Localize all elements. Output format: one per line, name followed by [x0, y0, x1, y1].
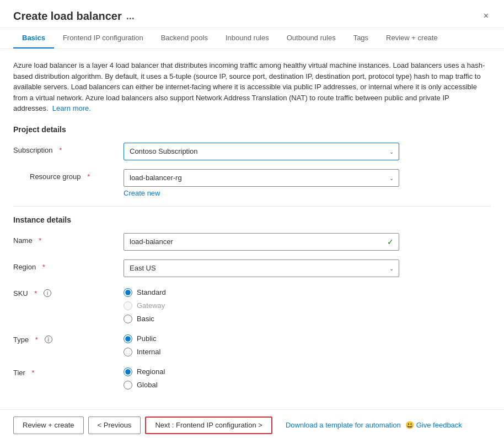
- sku-control: Standard Gateway Basic: [124, 286, 399, 323]
- type-public-label: Public: [137, 334, 156, 343]
- name-label: Name *: [13, 233, 124, 245]
- sku-radio-group: Standard Gateway Basic: [124, 286, 399, 323]
- next-button[interactable]: Next : Frontend IP configuration >: [145, 417, 272, 434]
- sku-label: SKU * i: [13, 286, 124, 298]
- tab-basics[interactable]: Basics: [13, 28, 54, 48]
- sku-gateway-option[interactable]: Gateway: [124, 301, 399, 310]
- resource-group-group: Resource group * load-balancer-rg ⌄ Crea…: [13, 169, 491, 197]
- sku-required: *: [34, 289, 37, 298]
- project-details-title: Project details: [13, 125, 491, 134]
- type-group: Type * i Public Internal: [13, 332, 491, 356]
- type-internal-option[interactable]: Internal: [124, 348, 399, 356]
- tab-inbound-rules[interactable]: Inbound rules: [217, 28, 278, 48]
- dialog-title: Create load balancer: [13, 10, 122, 23]
- sku-gateway-radio[interactable]: [124, 301, 132, 310]
- type-label: Type * i: [13, 332, 124, 344]
- tier-regional-label: Regional: [137, 367, 165, 376]
- tab-outbound-rules[interactable]: Outbound rules: [278, 28, 345, 48]
- tier-label: Tier *: [13, 365, 124, 377]
- type-public-option[interactable]: Public: [124, 334, 399, 343]
- tabs-bar: Basics Frontend IP configuration Backend…: [0, 28, 504, 49]
- type-required: *: [35, 336, 38, 344]
- resource-group-select[interactable]: load-balancer-rg: [124, 169, 399, 187]
- download-template-link[interactable]: Download a template for automation: [286, 421, 401, 429]
- sku-group: SKU * i Standard Gateway Basic: [13, 286, 491, 323]
- name-input[interactable]: [124, 233, 399, 251]
- sku-standard-option[interactable]: Standard: [124, 288, 399, 297]
- subscription-select[interactable]: Contoso Subscription: [124, 143, 399, 160]
- type-info-icon[interactable]: i: [45, 336, 52, 343]
- previous-button[interactable]: < Previous: [88, 417, 141, 434]
- resource-group-control: load-balancer-rg ⌄ Create new: [124, 169, 399, 197]
- subscription-required: *: [59, 146, 62, 154]
- name-group: Name * ✓: [13, 233, 491, 251]
- tab-backend-pools[interactable]: Backend pools: [152, 28, 217, 48]
- tier-regional-option[interactable]: Regional: [124, 367, 399, 376]
- subscription-label: Subscription *: [13, 143, 124, 154]
- feedback-icon: 😃: [405, 421, 414, 429]
- region-required: *: [42, 263, 45, 271]
- tab-review-create[interactable]: Review + create: [377, 28, 447, 48]
- dialog-title-ellipsis: ...: [126, 10, 135, 22]
- give-feedback-link[interactable]: 😃 Give feedback: [405, 421, 462, 429]
- sku-basic-radio[interactable]: [124, 315, 132, 323]
- learn-more-link[interactable]: Learn more.: [52, 104, 91, 112]
- tab-frontend-ip[interactable]: Frontend IP configuration: [54, 28, 152, 48]
- close-button[interactable]: ×: [481, 9, 491, 23]
- sku-standard-radio[interactable]: [124, 288, 132, 297]
- feedback-label: Give feedback: [416, 421, 462, 429]
- tier-global-radio[interactable]: [124, 381, 132, 390]
- tier-regional-radio[interactable]: [124, 367, 132, 376]
- region-control: East US ⌄: [124, 259, 399, 277]
- tab-tags[interactable]: Tags: [345, 28, 377, 48]
- name-required: *: [39, 236, 41, 245]
- type-control: Public Internal: [124, 332, 399, 356]
- tier-global-option[interactable]: Global: [124, 381, 399, 390]
- tier-group: Tier * Regional Global: [13, 365, 491, 390]
- name-control: ✓: [124, 233, 399, 251]
- resource-group-label: Resource group *: [30, 169, 124, 181]
- description-text: Azure load balancer is a layer 4 load ba…: [13, 60, 491, 114]
- region-select[interactable]: East US: [124, 259, 399, 277]
- create-new-link[interactable]: Create new: [124, 189, 399, 197]
- footer: Review + create < Previous Next : Fronte…: [0, 409, 504, 439]
- instance-details-title: Instance details: [13, 215, 491, 224]
- review-create-button[interactable]: Review + create: [13, 417, 84, 434]
- name-check-icon: ✓: [387, 237, 394, 246]
- tier-required: *: [32, 369, 35, 377]
- type-internal-radio[interactable]: [124, 348, 132, 356]
- divider-1: [13, 206, 491, 207]
- sku-basic-option[interactable]: Basic: [124, 315, 399, 323]
- type-public-radio[interactable]: [124, 334, 132, 343]
- type-radio-group: Public Internal: [124, 332, 399, 356]
- sku-basic-label: Basic: [137, 315, 154, 323]
- type-internal-label: Internal: [137, 348, 160, 356]
- sku-gateway-label: Gateway: [137, 301, 165, 310]
- sku-standard-label: Standard: [137, 288, 166, 296]
- subscription-group: Subscription * Contoso Subscription ⌄: [13, 143, 491, 160]
- sku-info-icon[interactable]: i: [44, 289, 51, 297]
- main-content: Azure load balancer is a layer 4 load ba…: [0, 49, 504, 409]
- region-label: Region *: [13, 259, 124, 271]
- subscription-control: Contoso Subscription ⌄: [124, 143, 399, 160]
- resource-group-required: *: [87, 172, 90, 181]
- region-group: Region * East US ⌄: [13, 259, 491, 277]
- tier-radio-group: Regional Global: [124, 365, 399, 390]
- tier-control: Regional Global: [124, 365, 399, 390]
- tier-global-label: Global: [137, 381, 158, 389]
